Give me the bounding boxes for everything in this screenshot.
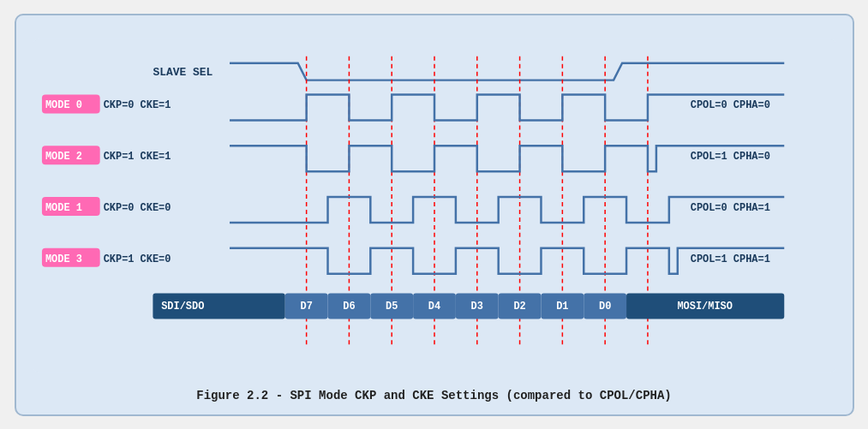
d2-label: D2 [513, 301, 525, 313]
mode1-cpol: CPOL=0 CPHA=1 [690, 201, 769, 213]
mode1-label: MODE 1 [45, 201, 81, 213]
d7-label: D7 [300, 301, 312, 313]
diagram-area: SLAVE SEL MODE 0 CKP=0 CKE=1 CPOL=0 CPHA… [33, 31, 835, 402]
d5-label: D5 [386, 301, 398, 313]
sdi-sdo-label: SDI/SDO [161, 301, 204, 313]
d0-label: D0 [598, 301, 610, 313]
mode3-label: MODE 3 [45, 253, 81, 265]
timing-diagram: SLAVE SEL MODE 0 CKP=0 CKE=1 CPOL=0 CPHA… [33, 31, 835, 380]
mode2-label: MODE 2 [45, 151, 81, 163]
mode3-params: CKP=1 CKE=0 [103, 253, 171, 265]
mosi-miso-label: MOSI/MISO [677, 301, 732, 313]
mode0-cpol: CPOL=0 CPHA=0 [690, 99, 769, 111]
mode2-params: CKP=1 CKE=1 [103, 151, 171, 163]
slave-sel-label: SLAVE SEL [153, 65, 213, 78]
outer-container: SLAVE SEL MODE 0 CKP=0 CKE=1 CPOL=0 CPHA… [15, 14, 854, 416]
mode0-params: CKP=0 CKE=1 [103, 99, 171, 111]
d6-label: D6 [343, 301, 355, 313]
d4-label: D4 [428, 301, 440, 313]
figure-caption: Figure 2.2 - SPI Mode CKP and CKE Settin… [33, 389, 835, 402]
mode1-params: CKP=0 CKE=0 [103, 201, 171, 213]
mode0-label: MODE 0 [45, 99, 81, 111]
d1-label: D1 [556, 301, 568, 313]
mode2-cpol: CPOL=1 CPHA=0 [690, 151, 769, 163]
mode3-cpol: CPOL=1 CPHA=1 [690, 253, 769, 265]
d3-label: D3 [470, 301, 482, 313]
